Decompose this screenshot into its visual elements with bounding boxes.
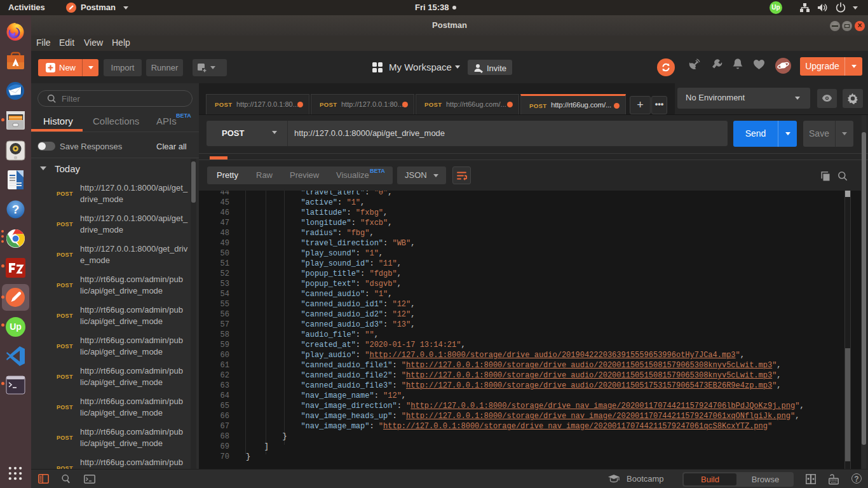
svg-text:?: ?	[12, 203, 20, 216]
